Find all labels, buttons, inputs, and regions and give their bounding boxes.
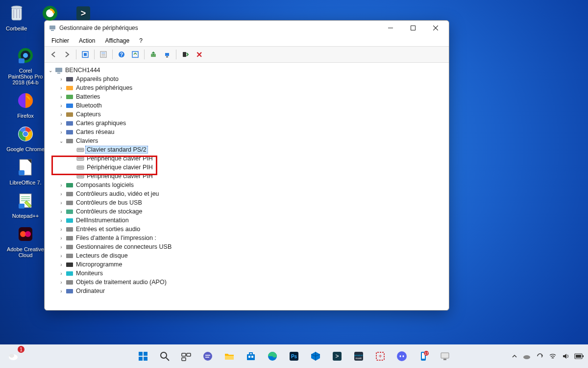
help-button[interactable]: ? [116,49,127,60]
expand-arrow-icon[interactable]: › [58,271,64,276]
tree-root[interactable]: ⌄BENCH1444 [48,66,449,75]
desktop-icon[interactable]: Corel PaintShop Pro 2018 (64-b [6,45,45,85]
tree-device[interactable]: Périphérique clavier PIH [69,163,449,172]
maximize-button[interactable] [402,21,424,35]
tray-sound-icon[interactable] [562,352,569,360]
expand-arrow-icon[interactable]: › [58,218,64,223]
expand-arrow-icon[interactable]: ⌄ [58,138,64,144]
taskbar-app-edge[interactable] [263,347,282,366]
tree-category[interactable]: ›Appareils photo [58,75,449,83]
taskbar-app-cube[interactable] [306,347,325,366]
taskbar-app-phone[interactable]: 17 [414,347,433,366]
show-hidden-button[interactable] [79,49,91,60]
expand-arrow-icon[interactable]: › [58,236,64,241]
tree-category[interactable]: ›Ordinateur [58,287,449,295]
tray-chevron-icon[interactable] [512,353,517,359]
desktop-icon[interactable]: > [73,3,94,31]
taskbar-app-devmgr[interactable] [436,347,454,366]
tree-category[interactable]: ›Gestionnaires de connecteurs USB [58,242,449,251]
expand-arrow-icon[interactable]: › [58,200,64,206]
expand-arrow-icon[interactable]: › [58,289,64,294]
weather-widget[interactable] [4,347,23,366]
taskbar-app-files[interactable] [220,347,239,366]
device-tree[interactable]: ⌄BENCH1444›Appareils photo›Autres périph… [45,63,449,310]
forward-button[interactable] [61,49,73,60]
tray-onedrive-icon[interactable] [522,352,531,361]
taskbar-app-search[interactable] [155,347,174,366]
expand-arrow-icon[interactable]: › [58,280,64,285]
desktop-icon[interactable]: Google Chrome [6,124,45,152]
close-button[interactable] [424,21,447,35]
tree-category[interactable]: ›Microprogramme [58,260,449,269]
tree-category[interactable]: ›Capteurs [58,110,449,119]
tree-category[interactable]: ›Cartes réseau [58,128,449,136]
desktop-icon[interactable] [40,3,60,31]
expand-arrow-icon[interactable]: › [58,103,64,108]
taskbar-app-snip[interactable]: + [371,347,390,366]
properties-button[interactable] [98,49,109,60]
expand-arrow-icon[interactable]: › [58,209,64,214]
tree-category[interactable]: ›Moniteurs [58,269,449,278]
expand-arrow-icon[interactable]: › [58,191,64,197]
desktop-icon[interactable]: Corbeille [6,3,27,31]
update-driver-button[interactable] [147,49,159,60]
expand-arrow-icon[interactable]: › [58,244,64,250]
svg-point-18 [25,231,31,237]
expand-arrow-icon[interactable]: › [58,130,64,135]
taskbar-app-discord[interactable] [392,347,411,366]
taskbar-app-tasks[interactable] [177,347,196,366]
taskbar-app-store[interactable] [242,347,260,366]
enable-device-button[interactable] [179,49,191,60]
tree-category[interactable]: ›Contrôleurs de stockage [58,207,449,216]
minimize-button[interactable] [379,21,402,35]
tree-category[interactable]: ⌄Claviers [58,136,449,145]
expand-arrow-icon[interactable]: › [58,94,64,100]
tree-category[interactable]: ›Contrôleurs de bus USB [58,198,449,207]
menu-item[interactable]: Affichage [101,36,133,45]
expand-arrow-icon[interactable]: › [58,262,64,267]
svg-rect-10 [19,170,24,175]
taskbar-app-chat[interactable] [198,347,217,366]
expand-arrow-icon[interactable]: › [58,183,64,188]
expand-arrow-icon[interactable]: › [58,85,64,91]
menu-item[interactable]: Action [75,36,99,45]
desktop-icon[interactable]: LibreOffice 7. [6,157,45,185]
tree-category[interactable]: ›Contrôleurs audio, vidéo et jeu [58,189,449,198]
expand-arrow-icon[interactable]: › [58,227,64,232]
tree-category[interactable]: ›Objets de traitement audio (APO) [58,278,449,287]
tree-category[interactable]: ›Cartes graphiques [58,119,449,128]
tray-wifi-icon[interactable] [549,352,557,360]
disable-device-button[interactable]: ✕ [193,49,205,60]
taskbar-app-amz[interactable]: amazonmusic [349,347,368,366]
category-icon [66,93,74,101]
tree-device[interactable]: Périphérique clavier PIH [69,154,449,163]
taskbar-app-ps[interactable]: Ps [285,347,303,366]
tree-category[interactable]: ›Batteries [58,92,449,101]
tree-category[interactable]: ›DellInstrumentation [58,216,449,225]
desktop-icon[interactable]: Notepad++ [6,190,45,219]
tree-category[interactable]: ›Bluetooth [58,101,449,110]
expand-arrow-icon[interactable]: › [58,77,64,82]
desktop-icon[interactable]: Firefox [6,90,45,119]
menu-item[interactable]: Fichier [48,36,73,45]
tree-category[interactable]: ›Composants logiciels [58,181,449,189]
menu-item[interactable]: ? [135,36,147,45]
tray-battery-icon[interactable] [574,353,584,359]
expand-arrow-icon[interactable]: › [58,112,64,117]
taskbar-app-sh[interactable]: > [328,347,346,366]
tree-category[interactable]: ›Autres périphériques [58,83,449,92]
tree-category[interactable]: ›Files d'attente à l'impression : [58,234,449,242]
uninstall-device-button[interactable] [161,49,173,60]
desktop-icon[interactable]: Adobe Creative Cloud [6,224,45,258]
expand-arrow-icon[interactable]: › [58,121,64,126]
tree-category[interactable]: ›Lecteurs de disque [58,251,449,260]
svg-rect-15 [19,204,24,209]
tree-device[interactable]: Périphérique clavier PIH [69,172,449,181]
back-button[interactable] [48,49,59,60]
tree-category[interactable]: ›Entrées et sorties audio [58,225,449,234]
taskbar-app-start[interactable] [134,347,152,366]
tree-device[interactable]: Clavier standard PS/2 [69,145,449,154]
scan-button[interactable] [129,49,141,60]
expand-arrow-icon[interactable]: › [58,253,64,259]
tray-sync-icon[interactable] [536,352,544,360]
